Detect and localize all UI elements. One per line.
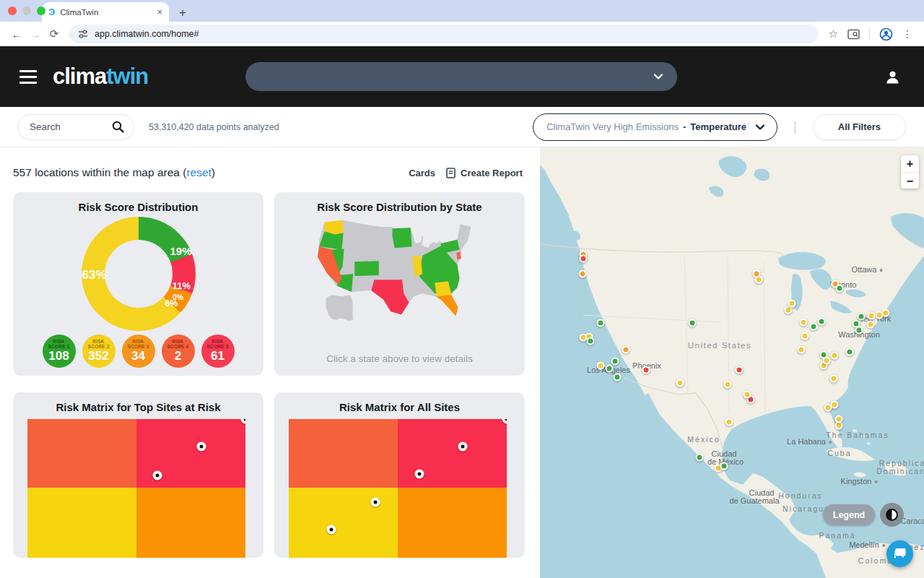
map-location-marker[interactable] <box>744 391 751 399</box>
site-settings-icon[interactable] <box>78 29 88 39</box>
header-dropdown[interactable] <box>245 62 677 91</box>
profile-icon[interactable] <box>879 27 893 41</box>
all-filters-button[interactable]: All Filters <box>813 114 906 140</box>
matrix-site-point[interactable] <box>327 525 336 535</box>
new-tab-button[interactable]: + <box>179 7 186 19</box>
map-location-marker[interactable] <box>606 365 614 373</box>
map-location-marker[interactable] <box>823 357 831 365</box>
map-location-marker[interactable] <box>720 462 728 470</box>
reload-icon[interactable]: ⟳ <box>45 27 64 40</box>
risk-matrix-plot[interactable] <box>289 419 507 558</box>
map-location-marker[interactable] <box>614 374 622 381</box>
map-location-marker[interactable] <box>818 318 826 326</box>
map-location-marker[interactable] <box>611 358 619 366</box>
risk-score-distribution-card: Risk Score Distribution 19% 11% 0% 6% 63… <box>13 192 263 376</box>
map-location-marker[interactable] <box>830 375 838 383</box>
map-location-marker[interactable] <box>858 313 866 321</box>
search-input[interactable]: Search <box>17 114 134 140</box>
cards-panel: 557 locations within the map area (reset… <box>0 147 540 578</box>
map-location-marker[interactable] <box>725 418 733 426</box>
browser-tab[interactable]: Э ClimaTwin × <box>42 2 169 22</box>
matrix-site-point[interactable] <box>458 442 468 452</box>
window-controls[interactable] <box>8 7 45 15</box>
map-location-marker[interactable] <box>580 255 588 263</box>
back-icon[interactable]: ← <box>7 28 26 40</box>
window-close-button[interactable] <box>8 7 17 15</box>
user-account-icon[interactable] <box>884 69 901 85</box>
map-canvas[interactable]: + − Legend OttawaTorontoNew YorkWashingt… <box>540 147 924 578</box>
matrix-site-point[interactable] <box>371 498 380 507</box>
map-location-marker[interactable] <box>788 300 796 308</box>
map-location-marker[interactable] <box>855 327 863 335</box>
vertical-divider: | <box>793 119 797 134</box>
risk-score-1-badge[interactable]: RISKSCORE 1108 <box>43 335 76 368</box>
browser-toolbar: ← → ⟳ app.climatwin.com/home# ☆ ⋮ <box>0 22 924 46</box>
hamburger-menu-icon[interactable] <box>19 70 37 84</box>
map-location-marker[interactable] <box>755 276 763 284</box>
scenario-dropdown[interactable]: ClimaTwin Very High Emissions - Temperat… <box>533 113 777 141</box>
risk-score-2-badge[interactable]: RISKSCORE 2352 <box>82 335 116 368</box>
map-location-marker[interactable] <box>580 334 588 342</box>
cards-view-toggle[interactable]: Cards <box>409 168 435 178</box>
card-title: Risk Matrix for Top Sites at Risk <box>13 392 263 413</box>
map-location-marker[interactable] <box>724 381 732 389</box>
map-location-marker[interactable] <box>867 321 875 329</box>
risk-matrix-plot[interactable] <box>27 419 245 558</box>
map-location-marker[interactable] <box>597 319 605 327</box>
map-location-marker[interactable] <box>846 348 854 356</box>
map-location-marker[interactable] <box>622 346 630 354</box>
create-report-button[interactable]: Create Report <box>461 168 523 178</box>
map-location-marker[interactable] <box>810 323 818 331</box>
matrix-site-point[interactable] <box>197 442 206 452</box>
chevron-down-icon <box>653 72 664 82</box>
map-location-marker[interactable] <box>824 404 832 412</box>
reset-link[interactable]: reset <box>186 166 211 178</box>
card-title: Risk Matrix for All Sites <box>274 392 525 413</box>
map-location-marker[interactable] <box>836 285 844 293</box>
scenario-name: ClimaTwin Very High Emissions <box>546 121 679 132</box>
map-location-marker[interactable] <box>798 346 806 354</box>
map-location-marker[interactable] <box>579 270 587 278</box>
risk-score-badges: RISKSCORE 1108 RISKSCORE 2352 RISKSCORE … <box>13 335 263 368</box>
map-location-marker[interactable] <box>831 352 839 360</box>
menu-kebab-icon[interactable]: ⋮ <box>902 28 912 40</box>
app-logo[interactable]: climatwin <box>53 64 148 90</box>
legend-button[interactable]: Legend <box>823 504 875 525</box>
app-header: climatwin <box>0 46 924 107</box>
bookmark-star-icon[interactable]: ☆ <box>829 27 838 40</box>
map-location-marker[interactable] <box>696 454 704 462</box>
contrast-toggle-button[interactable] <box>880 503 904 527</box>
matrix-site-point[interactable] <box>153 471 162 480</box>
matrix-site-point[interactable] <box>415 470 424 479</box>
map-location-marker[interactable] <box>868 312 876 320</box>
map-location-marker[interactable] <box>876 311 884 319</box>
address-bar[interactable]: app.climatwin.com/home# <box>69 25 819 43</box>
map-location-marker[interactable] <box>597 362 605 370</box>
map-place-label: Cuba <box>827 449 851 457</box>
tab-title: ClimaTwin <box>60 8 152 17</box>
zoom-out-button[interactable]: − <box>901 172 919 189</box>
risk-score-3-badge[interactable]: RISKSCORE 334 <box>122 335 155 368</box>
map-location-marker[interactable] <box>835 415 843 423</box>
window-minimize-button[interactable] <box>22 7 31 15</box>
map-location-marker[interactable] <box>689 319 697 327</box>
map-location-marker[interactable] <box>676 379 684 387</box>
map-location-marker[interactable] <box>587 337 595 345</box>
search-icon[interactable] <box>112 121 124 133</box>
url-text[interactable]: app.climatwin.com/home# <box>95 29 199 39</box>
us-states-choropleth[interactable] <box>317 217 483 333</box>
tab-close-icon[interactable]: × <box>157 7 162 17</box>
side-panel-search-icon[interactable] <box>847 29 860 40</box>
map-location-marker[interactable] <box>736 366 744 374</box>
zoom-in-button[interactable]: + <box>901 155 919 172</box>
chat-support-button[interactable] <box>886 540 913 567</box>
map-location-marker[interactable] <box>642 366 650 374</box>
forward-icon[interactable]: → <box>26 28 45 40</box>
map-place-label: de Guatemala <box>729 496 779 505</box>
window-zoom-button[interactable] <box>37 7 45 15</box>
risk-score-donut-chart[interactable]: 19% 11% 0% 6% 63% <box>82 217 196 331</box>
risk-score-5-badge[interactable]: RISKSCORE 561 <box>201 335 235 368</box>
map-location-marker[interactable] <box>801 332 809 340</box>
risk-score-4-badge[interactable]: RISKSCORE 42 <box>162 335 195 368</box>
map-location-marker[interactable] <box>800 319 808 327</box>
